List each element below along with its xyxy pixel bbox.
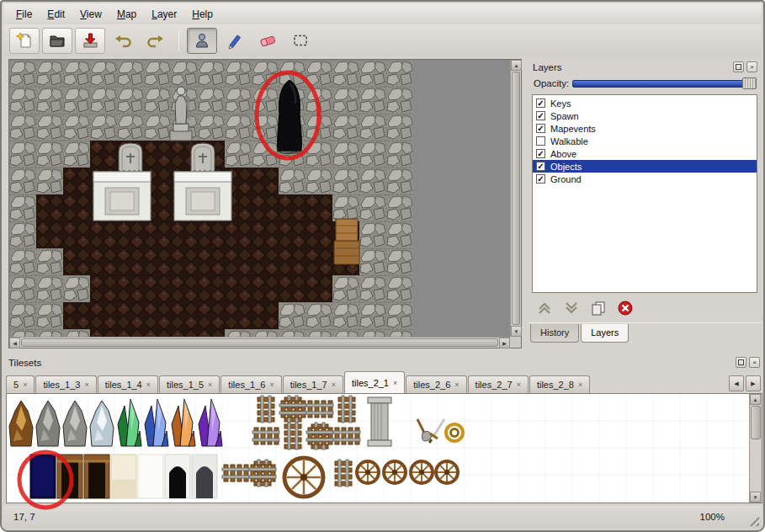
menu-item-layer[interactable]: Layer	[144, 5, 184, 24]
tileset-tab-tiles_1_5[interactable]: tiles_1_5×	[159, 375, 220, 393]
open-folder-icon	[48, 31, 66, 50]
tab-close-icon[interactable]: ×	[269, 380, 274, 389]
layers-panel-title: Layers	[533, 62, 562, 72]
tileset-tab-tiles_2_1[interactable]: tiles_2_1×	[344, 371, 405, 393]
tileset-tab-tiles_2_7[interactable]: tiles_2_7×	[468, 375, 529, 393]
opacity-control: Opacity:	[529, 75, 762, 93]
layer-row-objects[interactable]: ✓Objects	[533, 160, 757, 173]
map-vertical-scrollbar[interactable]: ▲ ▼	[510, 60, 521, 337]
place-object-tool-button[interactable]	[187, 28, 217, 54]
float-panel-button[interactable]	[733, 61, 744, 72]
layer-row-walkable[interactable]: Walkable	[533, 135, 757, 147]
move-layer-down-button[interactable]	[562, 299, 581, 317]
menu-item-map[interactable]: Map	[109, 5, 144, 24]
save-button[interactable]	[75, 28, 105, 54]
tab-label: 5	[13, 380, 19, 390]
open-button[interactable]	[42, 28, 72, 54]
tab-close-icon[interactable]: ×	[208, 380, 212, 389]
select-tool-button[interactable]	[285, 28, 316, 54]
tab-close-icon[interactable]: ×	[454, 380, 459, 389]
layer-visibility-checkbox[interactable]: ✓	[536, 162, 545, 171]
tileset-scroll-up-button[interactable]: ▲	[750, 394, 761, 405]
move-layer-up-button[interactable]	[535, 299, 554, 317]
opacity-slider-handle[interactable]	[742, 77, 757, 89]
redo-arrow-icon	[146, 31, 165, 50]
menu-item-view[interactable]: View	[72, 5, 109, 24]
layer-visibility-checkbox[interactable]: ✓	[536, 149, 545, 158]
tab-close-icon[interactable]: ×	[517, 380, 521, 389]
redo-button[interactable]	[141, 28, 171, 54]
new-file-button[interactable]	[9, 28, 40, 54]
scroll-down-button[interactable]: ▼	[511, 326, 522, 337]
opacity-slider-groove	[572, 80, 757, 88]
layer-row-keys[interactable]: ✓Keys	[533, 97, 757, 109]
person-icon	[193, 31, 211, 50]
float-tilesets-button[interactable]	[736, 357, 746, 368]
scroll-up-button[interactable]: ▲	[511, 60, 522, 71]
layer-list: ✓Keys✓Spawn✓MapeventsWalkable✓Above✓Obje…	[532, 94, 757, 293]
tab-close-icon[interactable]: ×	[84, 380, 88, 389]
layer-row-ground[interactable]: ✓Ground	[533, 173, 757, 185]
layer-name-label: Walkable	[550, 136, 588, 146]
tab-close-icon[interactable]: ×	[393, 379, 397, 387]
menu-item-file[interactable]: File	[8, 5, 40, 24]
opacity-slider[interactable]	[572, 77, 757, 90]
tileset-tab-tiles_1_4[interactable]: tiles_1_4×	[98, 375, 158, 393]
horizontal-scrollbar-thumb[interactable]	[21, 338, 498, 347]
tileset-tab-tiles_2_6[interactable]: tiles_2_6×	[406, 375, 466, 393]
tab-close-icon[interactable]: ×	[146, 380, 151, 389]
map-horizontal-scrollbar[interactable]: ◀ ▶	[9, 337, 510, 348]
panel-tab-history[interactable]: History	[530, 324, 579, 343]
vertical-scrollbar-thumb[interactable]	[512, 72, 520, 325]
duplicate-layer-button[interactable]	[589, 299, 608, 317]
layer-visibility-checkbox[interactable]: ✓	[536, 124, 545, 133]
tileset-scrollbar-thumb[interactable]	[751, 406, 761, 439]
undo-button[interactable]	[108, 28, 138, 54]
resize-grip[interactable]	[746, 513, 759, 526]
undo-arrow-icon	[114, 31, 132, 50]
tileset-scroll-down-button[interactable]: ▼	[750, 492, 761, 503]
layer-visibility-checkbox[interactable]	[536, 136, 545, 146]
tab-close-icon[interactable]: ×	[578, 380, 582, 389]
panel-tab-layers[interactable]: Layers	[581, 324, 629, 343]
layer-row-above[interactable]: ✓Above	[533, 147, 757, 160]
layer-row-mapevents[interactable]: ✓Mapevents	[533, 122, 757, 135]
menu-item-edit[interactable]: Edit	[40, 5, 72, 24]
layer-name-label: Above	[550, 149, 576, 159]
tileset-tab-5[interactable]: 5×	[6, 375, 35, 393]
layer-visibility-checkbox[interactable]: ✓	[536, 174, 545, 184]
close-tilesets-button[interactable]: ×	[749, 357, 760, 368]
layer-visibility-checkbox[interactable]: ✓	[536, 111, 545, 120]
tileset-tab-tiles_2_8[interactable]: tiles_2_8×	[529, 375, 590, 393]
scroll-tabs-left-button[interactable]: ◀	[729, 375, 744, 391]
tab-label: tiles_2_1	[352, 378, 389, 388]
menu-bar: FileEditViewMapLayerHelp	[3, 3, 762, 24]
paint-tool-button[interactable]	[220, 28, 250, 54]
map-canvas[interactable]: ▲ ▼ ◀ ▶	[8, 59, 522, 348]
tileset-tab-tiles_1_6[interactable]: tiles_1_6×	[220, 375, 281, 393]
tab-label: tiles_1_5	[167, 380, 204, 390]
status-bar: 17, 7 100%	[3, 506, 762, 529]
paintbrush-icon	[226, 31, 244, 50]
delete-layer-button[interactable]	[616, 299, 635, 317]
tileset-tab-tiles_1_7[interactable]: tiles_1_7×	[283, 375, 343, 393]
layers-panel-titlebar: Layers ×	[529, 59, 762, 75]
scroll-left-button[interactable]: ◀	[9, 338, 20, 348]
chevron-down-icon	[563, 300, 580, 317]
layer-visibility-checkbox[interactable]: ✓	[536, 98, 545, 108]
panel-separator	[529, 322, 762, 323]
eraser-tool-button[interactable]	[252, 28, 283, 54]
close-panel-button[interactable]: ×	[746, 61, 757, 72]
scroll-tabs-right-button[interactable]: ▶	[746, 375, 761, 391]
menu-item-help[interactable]: Help	[184, 5, 220, 24]
scroll-right-button[interactable]: ▶	[499, 338, 510, 348]
tileset-view[interactable]: ▲ ▼	[6, 393, 762, 503]
tilesets-panel-title: Tilesets	[8, 358, 41, 368]
layer-row-spawn[interactable]: ✓Spawn	[533, 109, 757, 122]
tileset-vertical-scrollbar[interactable]: ▲ ▼	[749, 394, 762, 503]
layer-actions	[535, 297, 635, 319]
tab-close-icon[interactable]: ×	[332, 380, 336, 389]
application-window: FileEditViewMapLayerHelp	[0, 0, 765, 532]
tileset-tab-tiles_1_3[interactable]: tiles_1_3×	[35, 375, 96, 393]
tab-close-icon[interactable]: ×	[23, 380, 27, 389]
